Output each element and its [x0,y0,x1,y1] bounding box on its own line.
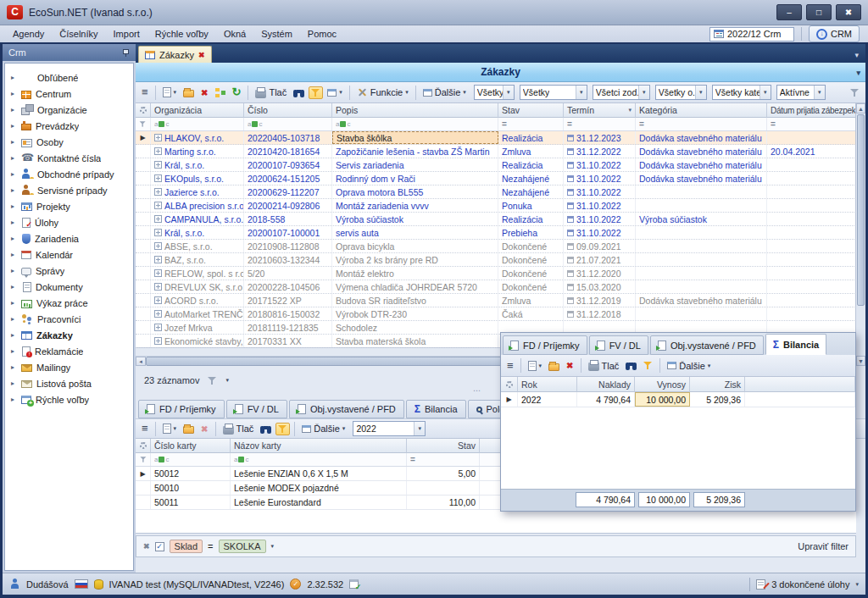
filter-button[interactable] [309,86,323,99]
chevron-down-icon[interactable]: ▾ [414,422,425,435]
filter-cell[interactable] [151,453,231,466]
expand-arrow-icon[interactable]: ▸ [11,170,17,178]
filter-cell[interactable]: = [407,453,480,466]
filter-combo-category[interactable]: Všetky kate...▾ [712,85,771,100]
more-button[interactable]: Ďalšie▾ [420,86,469,99]
table-row[interactable]: Král, s.r.o. 20200107-100001 servis auta… [136,226,856,240]
expand-arrow-icon[interactable]: ▸ [11,90,17,97]
functions-button[interactable]: Funkcie▾ [354,86,411,99]
filter-combo-all-1[interactable]: Všetky▾ [474,85,515,100]
menu-okna[interactable]: Okná [216,27,253,41]
hierarchy-button[interactable] [213,86,228,99]
expand-arrow-icon[interactable]: ▸ [11,138,17,146]
crm-button[interactable]: CRM [809,25,860,42]
table-row[interactable]: Král, s.r.o. 20200107-093654 Servis zari… [136,158,856,172]
expand-plus-icon[interactable] [154,215,162,223]
filter-button[interactable] [641,359,655,372]
header-dropdown-icon[interactable]: ▾ [856,69,860,77]
table-row[interactable]: REFLOW, spol. s r.o. 5/20 Montáž elektro… [136,267,856,280]
column-header-rok[interactable]: Rok [518,377,577,392]
filter-combo-all-2[interactable]: Všetky▾ [520,85,587,100]
chevron-down-icon[interactable]: ▾ [576,86,587,99]
sidebar-item-projekty[interactable]: ▸Projekty [5,198,133,214]
table-row[interactable]: DREVLUX SK, s.r.o. 20200228-104506 Výmen… [136,280,856,294]
expand-plus-icon[interactable] [154,188,162,196]
grid-menu-button[interactable]: ≡ [504,359,516,373]
calendar-check-icon[interactable] [349,579,359,589]
expand-arrow-icon[interactable]: ▸ [11,347,17,355]
layout-button[interactable]: ▾ [325,87,345,98]
expand-plus-icon[interactable] [154,256,162,263]
remove-filter-icon[interactable]: ✖ [143,542,150,551]
sidebar-item-centrum[interactable]: ▸Centrum [5,86,133,102]
delete-record-button[interactable]: ✖ [198,86,210,99]
tab-close-icon[interactable]: ✖ [198,51,205,59]
grid-menu-button[interactable]: ≡ [139,86,151,99]
grid-options-cell[interactable] [136,439,151,453]
table-row[interactable]: EKOpuls, s.r.o. 20200624-151205 Rodinný … [136,172,856,185]
chevron-down-icon[interactable]: ▾ [225,377,229,384]
chevron-down-icon[interactable]: ▾ [271,543,275,550]
sidebar-item-kalendar[interactable]: ▸Kalendár [5,246,133,263]
column-header-stav[interactable]: Stav [407,439,480,453]
new-record-button[interactable]: ▾ [526,359,545,373]
column-header-stav[interactable]: Stav [498,103,564,118]
column-header-termin[interactable]: Termín▾ [564,103,636,118]
filter-value-chip[interactable]: SKOLKA [219,540,266,553]
edit-filter-link[interactable]: Upraviť filter [798,541,849,551]
expand-plus-icon[interactable] [154,134,162,141]
column-header-zisk[interactable]: Zisk [690,377,745,392]
open-record-button[interactable] [181,86,197,99]
column-header-zabezpeka[interactable]: Dátum prijatia zábezpeky [767,103,856,118]
scroll-up-button[interactable]: ▲ [856,103,865,114]
search-button[interactable] [258,423,274,435]
column-header-cislo-karty[interactable]: Číslo karty [151,439,231,453]
search-button[interactable] [291,86,307,99]
popup-tab-bilancia[interactable]: ΣBilancia [765,334,826,355]
expand-arrow-icon[interactable]: ▸ [11,363,17,371]
cell-desc[interactable]: Stavba škôlka [332,131,498,144]
chevron-down-icon[interactable]: ▾ [760,86,771,99]
filter-cell[interactable]: = [767,118,856,130]
expand-arrow-icon[interactable]: ▸ [11,235,17,242]
filter-combo-active[interactable]: Aktívne▾ [776,85,826,100]
expand-arrow-icon[interactable]: ▸ [11,267,17,274]
chevron-down-icon[interactable]: ▾ [855,581,859,588]
filter-combo-responsible[interactable]: Všetci zod...▾ [593,85,650,100]
expand-plus-icon[interactable] [154,324,162,331]
sidebar-item-listova-posta[interactable]: ▸Listová pošta [5,375,133,391]
pin-icon[interactable] [122,49,130,57]
filter-cell[interactable] [151,118,244,130]
scrollbar-thumb[interactable] [146,357,502,366]
column-header-vynosy[interactable]: Vynosy [635,377,690,392]
expand-arrow-icon[interactable]: ▸ [11,331,17,339]
funnel-icon[interactable] [208,376,217,385]
table-row[interactable]: BAZ, s.r.o. 20210603-132344 Výroba 2 ks … [136,253,856,267]
filter-dropdown-icon[interactable]: ▾ [628,107,632,114]
tab-zakazky[interactable]: Zákazky ✖ [138,46,212,63]
popup-tab-obj-vystavene[interactable]: Obj.vystavené / PFD [650,335,764,355]
scroll-left-button[interactable]: ◂ [136,357,146,366]
splitter-grip[interactable]: ⋯ [473,386,482,395]
search-button[interactable] [623,359,639,372]
year-combo[interactable]: 2022▾ [353,421,426,436]
detail-tab-fd-prijemky[interactable]: FD / Príjemky [138,400,225,418]
chevron-down-icon[interactable]: ▾ [814,86,825,99]
sidebar-item-obchodne-pripady[interactable]: ▸Obchodné prípady [5,166,133,182]
detail-tab-fv-dl[interactable]: FV / DL [226,400,287,418]
delete-record-button[interactable]: ✖ [564,359,576,372]
table-row[interactable]: ABSE, s.r.o. 20210908-112808 Oprava bicy… [136,240,856,253]
sidebar-item-oblubene[interactable]: ▸Obľúbené [5,69,133,86]
chevron-down-icon[interactable]: ▾ [503,86,514,99]
table-row[interactable]: Jazierce s.r.o. 20200629-112207 Oprava m… [136,185,856,199]
sidebar-item-servisne-pripady[interactable]: ▸Servisné prípady [5,182,133,198]
expand-arrow-icon[interactable]: ▸ [11,315,17,323]
period-field[interactable]: 2022/12 Crm [709,27,794,42]
chevron-down-icon[interactable]: ▾ [695,86,706,99]
expand-plus-icon[interactable] [154,242,162,250]
table-row[interactable]: ▶ 2022 4 790,64 10 000,00 5 209,36 [501,392,855,407]
grid-options-cell[interactable] [501,377,518,392]
filter-enabled-checkbox[interactable]: ✓ [155,542,164,551]
filter-cell[interactable] [244,118,332,130]
sidebar-item-kontaktne-cisla[interactable]: ▸☎Kontaktné čísla [5,150,133,166]
